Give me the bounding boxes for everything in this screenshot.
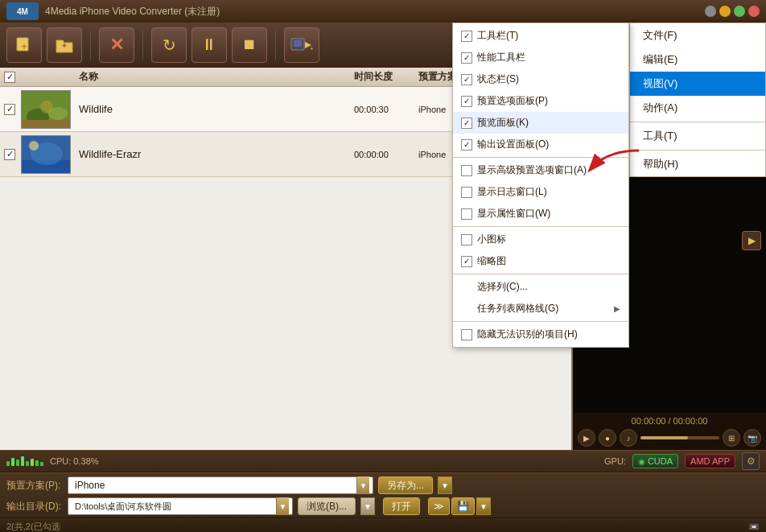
header-check [0, 71, 19, 83]
open-button[interactable]: 打开 [383, 497, 420, 515]
file-list-area: 名称 时间长度 预置方案 输出大小 状态 [0, 68, 573, 450]
footer: 2(共,2(已勾选 📼 [0, 518, 766, 532]
output-value: D:\tools\桌面\河东软件圆 [72, 501, 276, 513]
save-as-button[interactable]: 另存为... [378, 476, 433, 494]
title-bar: 4M 4Media iPhone Video Converter (未注册) [0, 0, 766, 23]
graph-bar [31, 459, 34, 466]
file-name-2: Wildlife-Erazr [76, 148, 354, 160]
preset-select[interactable]: iPhone ▼ [68, 476, 373, 494]
row-check-2[interactable] [0, 148, 19, 160]
svg-point-11 [40, 101, 53, 113]
graph-bar [11, 458, 14, 466]
toolbar-separator-1 [90, 31, 91, 60]
output-dropdown-arrow[interactable]: ▼ [276, 497, 289, 515]
file-duration-1: 00:00:30 [354, 105, 418, 114]
row-check-1[interactable] [0, 103, 19, 115]
svg-text:+: + [21, 41, 27, 52]
settings-button[interactable]: ⚙ [742, 452, 760, 470]
cpu-label: CPU: 0.38% [50, 456, 99, 466]
status-bar: CPU: 0.38% GPU: ◉ CUDA AMD APP ⚙ [0, 450, 766, 472]
header-checkbox[interactable] [4, 72, 15, 83]
add-folder-button[interactable]: + [47, 27, 82, 63]
file-list-header: 名称 时间长度 预置方案 输出大小 状态 [0, 68, 571, 87]
preview-time: 00:00:00 / 00:00:00 [578, 416, 761, 426]
volume-button[interactable]: ♪ [620, 429, 637, 447]
svg-text:+: + [310, 45, 313, 52]
svg-point-15 [29, 141, 39, 151]
output-row: 输出目录(D): D:\tools\桌面\河东软件圆 ▼ 浏览(B)... ▼ … [6, 497, 760, 515]
stop-preview-button[interactable]: ● [599, 429, 616, 447]
output-label: 输出目录(D): [6, 500, 63, 513]
play-button[interactable]: ▶ [578, 429, 595, 447]
cuda-label: CUDA [648, 456, 673, 466]
minimize-button[interactable] [719, 6, 731, 17]
screen-button[interactable]: ⊞ [723, 429, 740, 447]
cuda-button[interactable]: ◉ CUDA [632, 454, 678, 468]
maximize-button[interactable] [734, 6, 745, 17]
volume-fill [640, 436, 688, 439]
graph-bar [16, 460, 19, 466]
svg-rect-4 [294, 40, 302, 47]
refresh-button[interactable]: ↻ [151, 27, 187, 63]
convert-button[interactable]: + [284, 27, 319, 63]
bottom-bar: 预置方案(P): iPhone ▼ 另存为... ▼ 输出目录(D): D:\t… [0, 472, 766, 518]
preview-area: ▶ [573, 68, 766, 413]
preview-controls: 00:00:00 / 00:00:00 ▶ ● ♪ ⊞ 📷 [573, 413, 766, 450]
preset-menu-button[interactable]: 预置方案▼ [683, 32, 760, 58]
add-file-button[interactable]: + [6, 27, 42, 63]
header-status: 状态 [531, 70, 571, 84]
output-select[interactable]: D:\tools\桌面\河东软件圆 ▼ [68, 497, 293, 515]
graph-bar [6, 461, 10, 466]
title-text: 4Media iPhone Video Converter (未注册) [45, 5, 220, 19]
save-button[interactable]: ≫ [428, 497, 450, 515]
preset-row-label: 预置方案(P): [6, 479, 63, 493]
volume-slider[interactable] [640, 436, 719, 439]
table-row[interactable]: Wildlife 00:00:30 iPhone 2.3 MB [0, 87, 571, 132]
file-duration-2: 00:00:00 [354, 150, 418, 159]
cuda-icon: ◉ [638, 457, 645, 466]
table-row[interactable]: Wildlife-Erazr 00:00:00 iPhone 33.0 KB [0, 132, 571, 177]
file-name-1: Wildlife [76, 103, 354, 115]
toolbar-separator-3 [275, 31, 276, 60]
save-arrow[interactable]: ▼ [476, 497, 491, 515]
file-size-1: 2.3 MB [475, 105, 531, 114]
header-preset: 预置方案 [418, 70, 475, 84]
checkbox-2[interactable] [4, 149, 15, 160]
stop-button[interactable]: ⏹ [232, 27, 267, 63]
cpu-graph [6, 456, 43, 466]
preview-next-button[interactable]: ▶ [742, 231, 761, 250]
graph-bar [26, 461, 29, 466]
save2-button[interactable]: 💾 [451, 497, 475, 515]
file-list-body: Wildlife 00:00:30 iPhone 2.3 MB [0, 87, 571, 450]
amd-label: AMD APP [690, 456, 730, 466]
header-duration: 时间长度 [354, 70, 418, 84]
window-controls [705, 6, 760, 17]
snapshot-button[interactable]: 📷 [743, 429, 761, 447]
preview-panel: ▶ 00:00:00 / 00:00:00 ▶ ● ♪ ⊞ 📷 [573, 68, 766, 450]
amd-button[interactable]: AMD APP [685, 454, 735, 468]
preset-dropdown-arrow[interactable]: ▼ [356, 476, 369, 494]
gpu-text: GPU: [604, 456, 626, 466]
thumbnail-wildlife [21, 90, 71, 129]
pause-button[interactable]: ⏸ [192, 27, 227, 63]
svg-text:+: + [62, 40, 67, 50]
footer-icon: 📼 [748, 522, 760, 532]
win-btn-1[interactable] [705, 6, 716, 17]
toolbar-separator-2 [142, 31, 143, 60]
save-as-label: 另存为... [387, 479, 424, 493]
close-button[interactable] [748, 6, 760, 17]
file-size-2: 33.0 KB [475, 150, 531, 159]
svg-rect-10 [22, 120, 71, 129]
thumb-2 [19, 134, 76, 175]
save-as-arrow[interactable]: ▼ [438, 476, 452, 494]
checkbox-1[interactable] [4, 104, 15, 115]
preview-buttons: ▶ ● ♪ ⊞ 📷 [578, 429, 761, 447]
open-label: 打开 [392, 500, 411, 513]
app-logo: 4M [6, 2, 39, 20]
browse-arrow[interactable]: ▼ [360, 497, 375, 515]
preset-label: 预置方案▼ [695, 38, 747, 52]
browse-button[interactable]: 浏览(B)... [298, 497, 356, 515]
graph-bar [40, 462, 43, 466]
remove-button[interactable]: ✕ [99, 27, 134, 63]
toolbar: + + ✕ ↻ ⏸ ⏹ + [0, 23, 766, 68]
